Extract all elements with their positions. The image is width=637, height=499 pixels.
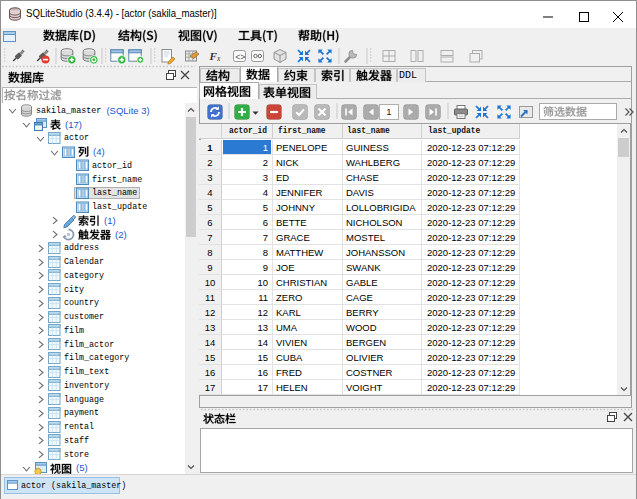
svg-text:x: x [216,54,221,63]
svg-text:<>: <> [235,53,245,63]
